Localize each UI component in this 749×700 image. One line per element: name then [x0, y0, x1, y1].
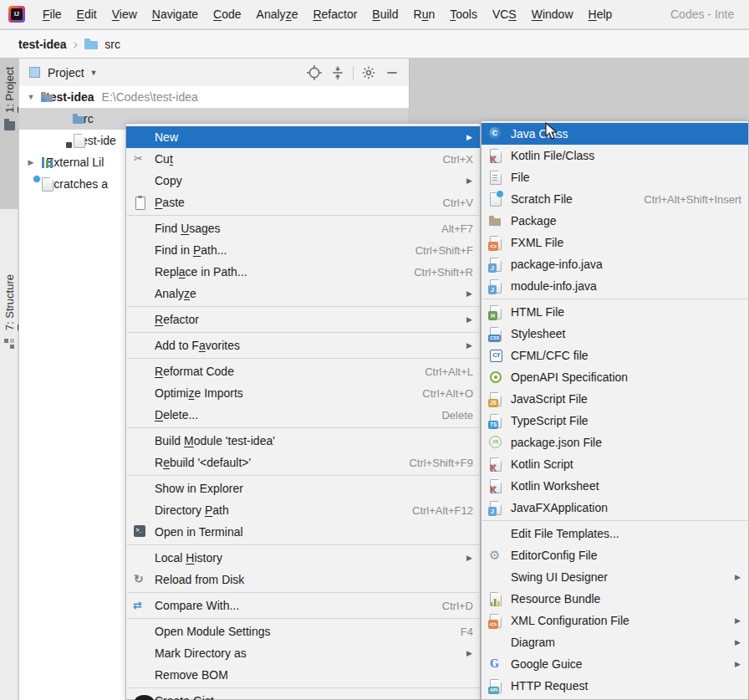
menubar-edit[interactable]: Edit [69, 8, 104, 21]
menu-item-create-gist[interactable]: Create Gist [126, 690, 480, 700]
menu-item-label: Cut [155, 152, 173, 166]
terminal-icon [133, 524, 155, 539]
menu-item-file[interactable]: File [482, 166, 748, 188]
menu-item-open-module-settings[interactable]: Open Module SettingsF4 [126, 621, 480, 642]
menu-item-javafxapplication[interactable]: JavaFXApplication [482, 497, 748, 519]
menubar-analyze[interactable]: Analyze [249, 8, 306, 21]
project-panel-title[interactable]: Project [48, 66, 84, 79]
hide-panel-icon[interactable] [385, 65, 400, 80]
menu-item-label: package.json File [511, 436, 602, 449]
menu-item-analyze[interactable]: Analyze▶ [126, 283, 480, 304]
menu-item-reformat-code[interactable]: Reformat CodeCtrl+Alt+L [126, 360, 480, 382]
menu-item-kotlin-script[interactable]: Kotlin Script [482, 453, 748, 475]
chevron-down-icon[interactable]: ▼ [90, 69, 98, 77]
menu-item-label: Remove BOM [155, 668, 228, 682]
menu-item-directory-path[interactable]: Directory PathCtrl+Alt+F12 [126, 499, 480, 521]
menu-separator [127, 332, 479, 333]
menubar-view[interactable]: View [104, 8, 145, 21]
tree-row-test-idea[interactable]: ▼test-ideaE:\Codes\test-idea [19, 86, 409, 108]
menu-item-local-history[interactable]: Local History▶ [126, 547, 480, 569]
menubar-code[interactable]: Code [206, 8, 248, 21]
menu-item-add-to-favorites[interactable]: Add to Favorites▶ [126, 335, 480, 356]
xml-icon [488, 613, 503, 628]
breadcrumb-folder[interactable]: src [104, 38, 120, 51]
menu-item-cfml-cfc-file[interactable]: CFML/CFC file [482, 345, 748, 366]
fxml-icon [488, 235, 503, 250]
menu-item-label: Directory Path [155, 503, 229, 517]
menubar-window[interactable]: Window [524, 8, 581, 21]
submenu-arrow-icon: ▶ [466, 289, 473, 298]
menu-item-label: Open Module Settings [155, 625, 271, 638]
menu-item-html-file[interactable]: HTML File [482, 301, 748, 323]
menu-item-stylesheet[interactable]: Stylesheet [482, 323, 748, 345]
menu-item-javascript-file[interactable]: JavaScript File [482, 388, 748, 410]
menu-item-fxml-file[interactable]: FXML File [482, 232, 748, 253]
menu-item-package-info-java[interactable]: package-info.java [482, 253, 748, 275]
menubar-file[interactable]: File [35, 8, 69, 21]
menu-item-scratch-file[interactable]: Scratch FileCtrl+Alt+Shift+Insert [482, 188, 748, 210]
gear-icon[interactable] [361, 65, 376, 80]
menu-item-build-module-test-idea[interactable]: Build Module 'test-idea' [126, 430, 480, 452]
chevron-expanded-icon[interactable]: ▼ [26, 93, 36, 101]
menubar-help[interactable]: Help [581, 8, 620, 21]
menu-separator [127, 306, 479, 307]
menu-item-remove-bom[interactable]: Remove BOM [126, 664, 480, 686]
menubar-refactor[interactable]: Refactor [305, 8, 364, 21]
menu-item-copy[interactable]: Copy▶ [126, 170, 480, 192]
intellij-logo-icon [8, 6, 25, 23]
menubar-build[interactable]: Build [364, 8, 405, 21]
menu-item-package[interactable]: Package [482, 210, 748, 232]
menu-item-compare-with[interactable]: Compare With...Ctrl+D [126, 595, 480, 616]
menu-item-openapi-specification[interactable]: OpenAPI Specification [482, 366, 748, 388]
menu-item-edit-file-templates[interactable]: Edit File Templates... [482, 523, 748, 544]
menu-item-java-class[interactable]: Java Class [482, 123, 748, 145]
menubar-tools[interactable]: Tools [442, 8, 485, 21]
menu-item-paste[interactable]: PasteCtrl+V [126, 192, 480, 213]
menubar-navigate[interactable]: Navigate [145, 8, 206, 21]
menu-item-open-in-terminal[interactable]: Open in Terminal [126, 521, 480, 543]
menu-item-resource-bundle[interactable]: Resource Bundle [482, 588, 748, 610]
menu-item-http-request[interactable]: HTTP Request [482, 675, 748, 697]
menu-item-kotlin-file-class[interactable]: Kotlin File/Class [482, 145, 748, 166]
menu-item-editorconfig-file[interactable]: EditorConfig File [482, 544, 748, 566]
chevron-collapsed-icon[interactable]: ▶ [26, 158, 36, 166]
menu-item-find-in-path[interactable]: Find in Path...Ctrl+Shift+F [126, 239, 480, 261]
editorconfig-icon [488, 548, 503, 563]
menu-item-swing-ui-designer[interactable]: Swing UI Designer▶ [482, 566, 748, 588]
menu-item-label: Resource Bundle [511, 592, 600, 605]
collapse-all-icon[interactable] [330, 65, 345, 80]
menu-item-new[interactable]: New▶ [126, 126, 480, 148]
menu-item-label: Analyze [155, 287, 196, 300]
menu-item-mark-directory-as[interactable]: Mark Directory as▶ [126, 642, 480, 664]
menubar-run[interactable]: Run [406, 8, 443, 21]
menu-item-reload-from-disk[interactable]: Reload from Disk [126, 569, 480, 590]
menu-item-diagram[interactable]: Diagram▶ [482, 631, 748, 653]
menu-separator [127, 475, 479, 476]
tree-node-label: External Lil [46, 156, 104, 169]
menu-item-replace-in-path[interactable]: Replace in Path...Ctrl+Shift+R [126, 261, 480, 283]
menu-item-typescript-file[interactable]: TypeScript File [482, 410, 748, 432]
menu-item-shortcut: Ctrl+Alt+Shift+Insert [644, 193, 741, 206]
menu-item-label: XML Configuration File [511, 614, 629, 627]
menu-separator [127, 687, 479, 688]
menu-item-show-in-explorer[interactable]: Show in Explorer [126, 478, 480, 499]
submenu-arrow-icon: ▶ [466, 176, 473, 185]
menu-item-package-json-file[interactable]: package.json File [482, 432, 748, 453]
breadcrumb-project[interactable]: test-idea [18, 38, 67, 51]
menubar-vcs[interactable]: VCS [485, 8, 524, 21]
menu-item-refactor[interactable]: Refactor▶ [126, 309, 480, 330]
tool-button-structure[interactable]: 7: Structure [0, 274, 18, 349]
menu-item-kotlin-worksheet[interactable]: Kotlin Worksheet [482, 475, 748, 497]
menu-item-rebuild-default[interactable]: Rebuild '<default>'Ctrl+Shift+F9 [126, 452, 480, 473]
menu-item-label: Compare With... [155, 599, 239, 612]
menu-item-xml-configuration-file[interactable]: XML Configuration File▶ [482, 610, 748, 631]
menu-item-delete[interactable]: Delete...Delete [126, 404, 480, 426]
menu-item-module-info-java[interactable]: module-info.java [482, 275, 748, 297]
locate-file-icon[interactable] [307, 65, 322, 80]
icon-placeholder [133, 312, 155, 327]
menu-item-cut[interactable]: CutCtrl+X [126, 148, 480, 170]
menu-item-find-usages[interactable]: Find UsagesAlt+F7 [126, 217, 480, 239]
menu-item-google-guice[interactable]: Google Guice▶ [482, 653, 748, 675]
menu-item-optimize-imports[interactable]: Optimize ImportsCtrl+Alt+O [126, 382, 480, 404]
tool-button-project[interactable]: 1: Project [0, 59, 18, 209]
